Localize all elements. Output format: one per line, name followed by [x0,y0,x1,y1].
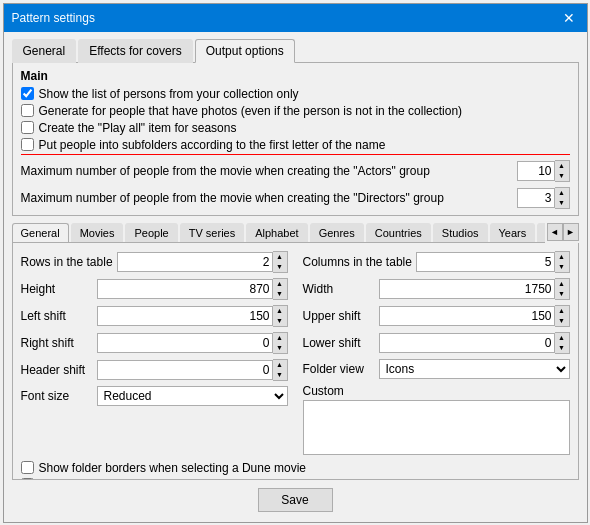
right-column: Columns in the table 5 ▲ ▼ Width [303,251,570,455]
checkbox-label-1: Show the list of persons from your colle… [39,87,299,101]
spin-up-width[interactable]: ▲ [555,279,569,289]
tab-nav-right[interactable]: ► [563,223,579,241]
input-height[interactable]: 870 [97,279,273,299]
spin-buttons-actors: ▲ ▼ [555,160,570,182]
inner-tab-movies[interactable]: Movies [71,223,124,243]
spin-down-right-shift[interactable]: ▼ [273,343,287,353]
input-lower-shift[interactable]: 0 [379,333,555,353]
inner-tab-years[interactable]: Years [490,223,536,243]
tab-nav-buttons: ◄ ► [547,223,579,241]
spin-down-header-shift[interactable]: ▼ [273,370,287,380]
checkbox-1[interactable] [21,87,34,100]
form-row-upper-shift: Upper shift 150 ▲ ▼ [303,305,570,327]
checkbox-label-4: Put people into subfolders according to … [39,138,386,152]
spin-header-shift: 0 ▲ ▼ [97,359,288,381]
input-upper-shift[interactable]: 150 [379,306,555,326]
left-column: Rows in the table 2 ▲ ▼ Height [21,251,288,455]
spin-down-actors[interactable]: ▼ [555,171,569,181]
form-row-font-size: Font size Reduced Normal Large [21,386,288,406]
checkbox-2[interactable] [21,104,34,117]
input-right-shift[interactable]: 0 [97,333,273,353]
spin-btns-lower-shift: ▲ ▼ [555,332,570,354]
form-row-columns: Columns in the table 5 ▲ ▼ [303,251,570,273]
custom-textarea-box[interactable] [303,400,570,455]
label-custom: Custom [303,384,344,398]
form-row-folder-view: Folder view Icons List Details [303,359,570,379]
spin-up-lower-shift[interactable]: ▲ [555,333,569,343]
spin-down-rows[interactable]: ▼ [273,262,287,272]
spin-right-shift: 0 ▲ ▼ [97,332,288,354]
inner-tab-tvseries[interactable]: TV series [180,223,244,243]
spin-up-header-shift[interactable]: ▲ [273,360,287,370]
input-width[interactable]: 1750 [379,279,555,299]
label-lower-shift: Lower shift [303,336,375,350]
inner-tab-genres[interactable]: Genres [310,223,364,243]
checkbox-4[interactable] [21,138,34,151]
spin-btns-upper-shift: ▲ ▼ [555,305,570,327]
spin-input-actors[interactable]: 10 [517,161,555,181]
spin-down-width[interactable]: ▼ [555,289,569,299]
bottom-checkboxes: Show folder borders when selecting a Dun… [21,461,570,480]
number-row-directors: Maximum number of people from the movie … [21,187,570,209]
tab-nav-left[interactable]: ◄ [547,223,563,241]
tab-output-options[interactable]: Output options [195,39,295,63]
spin-left-shift: 150 ▲ ▼ [97,305,288,327]
select-font-size[interactable]: Reduced Normal Large [97,386,288,406]
section-title-main: Main [21,69,570,83]
checkbox-row-3: Create the "Play all" item for seasons [21,121,570,135]
spin-down-directors[interactable]: ▼ [555,198,569,208]
number-row-actors: Maximum number of people from the movie … [21,160,570,182]
spin-down-height[interactable]: ▼ [273,289,287,299]
bcheckbox-label-1: Show folder borders when selecting a Dun… [39,461,306,475]
close-button[interactable]: ✕ [559,8,579,28]
input-left-shift[interactable]: 150 [97,306,273,326]
label-rows: Rows in the table [21,255,113,269]
inner-tab-general[interactable]: General [12,223,69,243]
bcheckbox-1[interactable] [21,461,34,474]
spin-btns-right-shift: ▲ ▼ [273,332,288,354]
form-row-width: Width 1750 ▲ ▼ [303,278,570,300]
tab-effects-for-covers[interactable]: Effects for covers [78,39,192,63]
select-folder-view[interactable]: Icons List Details [379,359,570,379]
spin-up-upper-shift[interactable]: ▲ [555,306,569,316]
spin-directors: 3 ▲ ▼ [517,187,570,209]
spin-up-columns[interactable]: ▲ [555,252,569,262]
checkbox-3[interactable] [21,121,34,134]
form-row-header-shift: Header shift 0 ▲ ▼ [21,359,288,381]
spin-down-upper-shift[interactable]: ▼ [555,316,569,326]
inner-tab-alphabet[interactable]: Alphabet [246,223,307,243]
spin-up-right-shift[interactable]: ▲ [273,333,287,343]
form-row-lower-shift: Lower shift 0 ▲ ▼ [303,332,570,354]
spin-down-lower-shift[interactable]: ▼ [555,343,569,353]
spin-btns-columns: ▲ ▼ [555,251,570,273]
checkbox-label-2: Generate for people that have photos (ev… [39,104,463,118]
form-row-rows: Rows in the table 2 ▲ ▼ [21,251,288,273]
label-font-size: Font size [21,389,93,403]
number-label-actors: Maximum number of people from the movie … [21,164,517,178]
inner-tab-people[interactable]: People [125,223,177,243]
label-upper-shift: Upper shift [303,309,375,323]
form-row-height: Height 870 ▲ ▼ [21,278,288,300]
spin-up-left-shift[interactable]: ▲ [273,306,287,316]
input-header-shift[interactable]: 0 [97,360,273,380]
label-width: Width [303,282,375,296]
inner-tab-countries[interactable]: Countries [366,223,431,243]
spin-up-actors[interactable]: ▲ [555,161,569,171]
spin-input-directors[interactable]: 3 [517,188,555,208]
spin-height: 870 ▲ ▼ [97,278,288,300]
spin-up-directors[interactable]: ▲ [555,188,569,198]
save-button[interactable]: Save [258,488,333,512]
spin-up-rows[interactable]: ▲ [273,252,287,262]
spin-width: 1750 ▲ ▼ [379,278,570,300]
spin-down-columns[interactable]: ▼ [555,262,569,272]
form-row-left-shift: Left shift 150 ▲ ▼ [21,305,288,327]
window: Pattern settings ✕ General Effects for c… [3,3,588,523]
input-rows[interactable]: 2 [117,252,273,272]
inner-tab-disclabel[interactable]: Disc label [537,223,544,243]
input-columns[interactable]: 5 [416,252,555,272]
spin-down-left-shift[interactable]: ▼ [273,316,287,326]
inner-tab-studios[interactable]: Studios [433,223,488,243]
spin-up-height[interactable]: ▲ [273,279,287,289]
tab-general[interactable]: General [12,39,77,63]
form-row-right-shift: Right shift 0 ▲ ▼ [21,332,288,354]
